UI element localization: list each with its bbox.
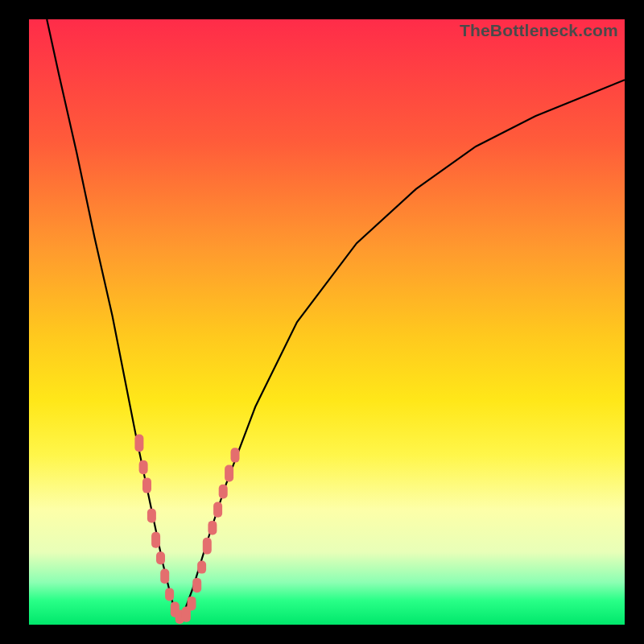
curve-marker	[165, 588, 174, 601]
curve-marker	[231, 448, 240, 462]
curve-marker	[208, 521, 217, 535]
curve-marker	[188, 597, 196, 611]
outer-frame: TheBottleneck.com	[0, 0, 644, 644]
bottleneck-curve	[47, 19, 625, 619]
curve-marker	[213, 502, 222, 518]
chart-svg	[29, 19, 625, 625]
curve-marker	[134, 435, 143, 452]
plot-area: TheBottleneck.com	[29, 19, 625, 625]
curve-marker	[192, 578, 201, 592]
curve-marker	[156, 551, 165, 564]
curve-marker	[139, 460, 148, 475]
curve-marker	[219, 485, 228, 499]
curve-marker	[142, 477, 151, 493]
curve-marker	[203, 538, 212, 555]
curve-marker	[225, 465, 233, 482]
curve-marker	[160, 569, 169, 584]
curve-marker	[151, 532, 160, 548]
curve-marker	[147, 509, 156, 523]
marker-group	[134, 435, 239, 624]
curve-marker	[197, 561, 206, 574]
